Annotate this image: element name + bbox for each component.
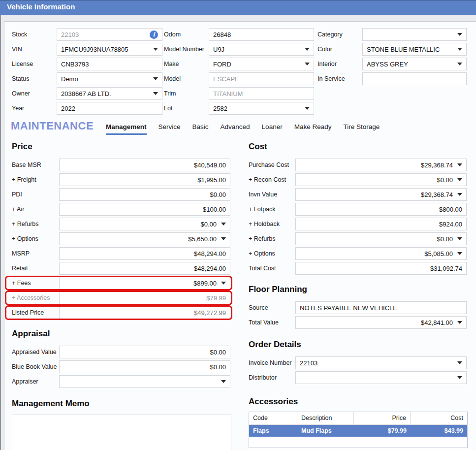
chevron-down-icon[interactable] xyxy=(457,48,462,51)
interior-label: Interior xyxy=(317,58,337,70)
tab-basic[interactable]: Basic xyxy=(192,123,209,135)
purchase-cost-dropdown[interactable]: $29,368.74 xyxy=(295,159,467,171)
management-memo-textarea[interactable] xyxy=(12,415,231,450)
lot-dropdown[interactable]: 2582 xyxy=(209,102,314,115)
chevron-down-icon[interactable] xyxy=(457,237,462,240)
blue-book-value-field[interactable]: $0.00 xyxy=(59,360,230,373)
fees-label: + Fees xyxy=(12,277,31,289)
price-refurbs-dropdown[interactable]: $0.00 xyxy=(59,218,230,230)
source-label: Source xyxy=(249,301,268,314)
appraiser-dropdown[interactable] xyxy=(59,375,230,388)
appraised-value-value: $0.00 xyxy=(63,349,226,356)
msrp-field[interactable]: $48,294.00 xyxy=(59,247,230,260)
license-field[interactable]: CNB3793 xyxy=(57,58,162,70)
invoice-number-label: Invoice Number xyxy=(249,356,292,369)
cost-options-dropdown[interactable]: $5,085.00 xyxy=(295,247,467,260)
chevron-down-icon[interactable] xyxy=(221,380,226,383)
column-header-cost[interactable]: Cost xyxy=(411,412,467,424)
info-icon[interactable]: i xyxy=(150,31,158,39)
chevron-down-icon[interactable] xyxy=(221,223,226,225)
accessories-price-value: $79.99 xyxy=(63,294,226,302)
odom-label: Odom xyxy=(164,28,181,41)
chevron-down-icon[interactable] xyxy=(153,48,158,51)
chevron-down-icon[interactable] xyxy=(221,282,226,285)
source-value: NOTES PAYABLE NEW VEHICLE xyxy=(300,304,462,312)
tab-advanced[interactable]: Advanced xyxy=(221,123,250,135)
column-header-description[interactable]: Description xyxy=(297,412,354,424)
accessory-row-empty[interactable] xyxy=(249,437,467,448)
chevron-down-icon[interactable] xyxy=(457,33,462,36)
pdi-field[interactable]: $0.00 xyxy=(59,188,230,201)
vin-label: VIN xyxy=(12,43,22,56)
listed-price-label: Listed Price xyxy=(12,306,44,319)
chevron-down-icon[interactable] xyxy=(153,92,158,95)
interior-dropdown[interactable]: ABYSS GREY xyxy=(362,58,467,70)
odom-field[interactable]: 26848 xyxy=(209,28,314,41)
chevron-down-icon[interactable] xyxy=(305,107,310,110)
tab-tire-storage[interactable]: Tire Storage xyxy=(343,123,380,135)
vin-dropdown[interactable]: 1FMCU9J93NUA78805 xyxy=(57,43,162,56)
freight-field[interactable]: $1,995.00 xyxy=(59,173,230,186)
chevron-down-icon[interactable] xyxy=(457,163,462,166)
chevron-down-icon[interactable] xyxy=(457,178,462,181)
retail-field[interactable]: $48,294.00 xyxy=(59,262,230,275)
chevron-down-icon[interactable] xyxy=(305,48,310,51)
interior-value: ABYSS GREY xyxy=(367,61,453,68)
appraised-value-field[interactable]: $0.00 xyxy=(59,346,230,358)
tab-loaner[interactable]: Loaner xyxy=(262,123,283,135)
cost-refurbs-dropdown[interactable]: $0.00 xyxy=(295,232,467,245)
category-dropdown[interactable] xyxy=(362,28,467,41)
window-titlebar: Vehicle Information xyxy=(0,0,476,15)
distributor-dropdown[interactable] xyxy=(295,371,467,384)
chevron-down-icon[interactable] xyxy=(457,361,462,364)
color-dropdown[interactable]: STONE BLUE METALLIC xyxy=(362,43,467,56)
invn-value-dropdown[interactable]: $29,368.74 xyxy=(295,188,467,201)
trim-field: TITANIUM xyxy=(209,87,314,100)
invoice-number-dropdown[interactable]: 22103 xyxy=(295,356,467,369)
tab-management[interactable]: Management xyxy=(106,123,147,135)
cost-refurbs-label: + Refurbs xyxy=(249,232,276,245)
appraised-value-label: Appraised Value xyxy=(12,346,57,358)
lotpack-field[interactable]: $800.00 xyxy=(295,203,467,216)
management-memo-heading: Management Memo xyxy=(12,399,90,409)
chevron-down-icon[interactable] xyxy=(457,252,462,255)
price-options-dropdown[interactable]: $5,650.00 xyxy=(59,232,230,245)
base-msr-field[interactable]: $40,549.00 xyxy=(59,159,230,171)
fees-value: $899.00 xyxy=(63,280,217,287)
status-dropdown[interactable]: Demo xyxy=(57,72,162,85)
column-header-price[interactable]: Price xyxy=(354,412,411,424)
chevron-down-icon[interactable] xyxy=(305,63,310,65)
retail-label: Retail xyxy=(12,262,28,275)
chevron-down-icon[interactable] xyxy=(457,376,462,379)
pdi-label: PDI xyxy=(12,188,22,201)
retail-value: $48,294.00 xyxy=(63,265,226,272)
tab-service[interactable]: Service xyxy=(159,123,181,135)
cost-options-label: + Options xyxy=(249,247,275,260)
source-field[interactable]: NOTES PAYABLE NEW VEHICLE xyxy=(295,301,467,314)
chevron-down-icon[interactable] xyxy=(457,321,462,324)
column-header-code[interactable]: Code xyxy=(249,412,297,424)
price-options-value: $5,650.00 xyxy=(63,235,217,243)
in-service-field[interactable] xyxy=(362,72,467,85)
total-cost-field[interactable]: $31,092.74 xyxy=(295,262,467,275)
chevron-down-icon[interactable] xyxy=(221,237,226,240)
air-field[interactable]: $100.00 xyxy=(59,203,230,216)
chevron-down-icon[interactable] xyxy=(457,193,462,196)
chevron-down-icon[interactable] xyxy=(457,63,462,65)
owner-dropdown[interactable]: 2038667 AB LTD. xyxy=(57,87,162,100)
msrp-label: MSRP xyxy=(12,247,30,260)
chevron-down-icon[interactable] xyxy=(153,77,158,80)
holdback-field[interactable]: $924.00 xyxy=(295,218,467,230)
accessory-row-selected[interactable]: Flaps Mud Flaps $79.99 $43.99 xyxy=(249,425,467,437)
year-field[interactable]: 2022 xyxy=(57,102,162,115)
owner-label: Owner xyxy=(12,87,30,100)
stock-label: Stock xyxy=(12,28,27,41)
tab-make-ready[interactable]: Make Ready xyxy=(294,123,332,135)
fees-dropdown[interactable]: $899.00 xyxy=(59,277,230,289)
recon-cost-dropdown[interactable]: $0.00 xyxy=(295,173,467,186)
model-number-dropdown[interactable]: U9J xyxy=(209,43,314,56)
lot-value: 2582 xyxy=(213,105,300,112)
make-dropdown[interactable]: FORD xyxy=(209,58,314,70)
total-value-dropdown[interactable]: $42,841.00 xyxy=(295,316,467,329)
license-label: License xyxy=(12,58,33,70)
